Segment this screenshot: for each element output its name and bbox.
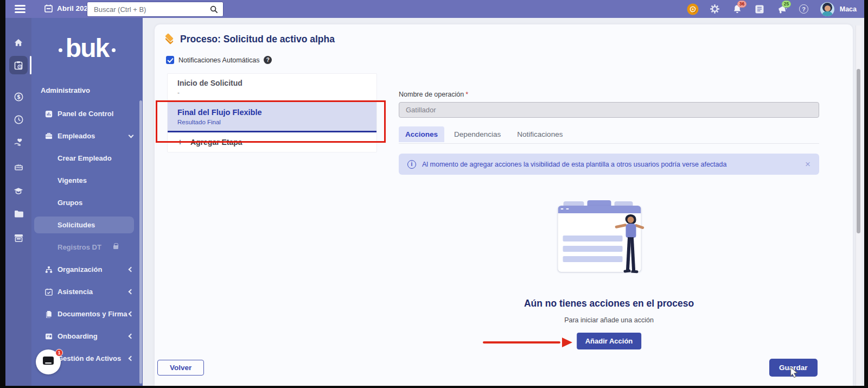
sidebar-item-documentos-y-firma[interactable]: Documentos y Firma bbox=[31, 303, 143, 325]
operation-name-input[interactable] bbox=[399, 102, 819, 118]
dashboard-icon bbox=[44, 110, 53, 118]
sidebar-item-vigentes[interactable]: Vigentes bbox=[31, 169, 143, 192]
top-bar: Abril 2025 36 25 ? bbox=[5, 0, 864, 18]
chevron-left-icon bbox=[129, 289, 134, 295]
cake-icon[interactable] bbox=[5, 157, 31, 176]
lock-icon bbox=[113, 245, 118, 249]
folder-icon[interactable] bbox=[5, 205, 31, 223]
add-action-button[interactable]: Añadir Acción bbox=[577, 333, 642, 349]
calendar-icon bbox=[44, 4, 53, 15]
svg-text:$: $ bbox=[17, 93, 21, 99]
chevron-left-icon bbox=[129, 311, 134, 317]
back-button[interactable]: Volver bbox=[157, 360, 204, 376]
hamburger-icon[interactable] bbox=[15, 5, 25, 15]
bell-icon[interactable]: 36 bbox=[731, 3, 743, 15]
tab-acciones[interactable]: Acciones bbox=[399, 126, 444, 142]
sidebar-item-panel-de-control[interactable]: Panel de Control bbox=[31, 103, 143, 125]
sidebar-item-asistencia[interactable]: Asistencia bbox=[31, 281, 143, 303]
required-asterisk: * bbox=[465, 91, 468, 98]
chat-icon bbox=[43, 357, 54, 365]
tab-dependencias[interactable]: Dependencias bbox=[448, 126, 507, 142]
search-icon[interactable] bbox=[210, 5, 218, 14]
auto-notifications-label: Notificaciones Automáticas bbox=[178, 56, 259, 64]
info-icon: i bbox=[407, 160, 416, 169]
chat-badge: 1 bbox=[55, 349, 63, 357]
sidebar-item-onboarding[interactable]: Onboarding bbox=[31, 325, 143, 347]
save-button[interactable]: Guardar bbox=[769, 359, 818, 377]
sidebar-section-label: Administrativo bbox=[41, 86, 90, 94]
search-input[interactable] bbox=[87, 5, 210, 14]
stage-final-selected[interactable]: Final del Flujo Flexible Resultado Final bbox=[168, 101, 376, 132]
briefcase-icon bbox=[44, 132, 53, 139]
stage-inicio[interactable]: Inicio de Solicitud - bbox=[168, 74, 376, 101]
close-icon[interactable]: × bbox=[805, 160, 810, 169]
main-content: Proceso: Solicitud de activo alpha Notif… bbox=[143, 18, 864, 386]
tabs-divider bbox=[399, 143, 819, 144]
help-icon[interactable]: ? bbox=[798, 3, 810, 15]
attendance-calendar-icon bbox=[44, 288, 53, 296]
org-chart-icon bbox=[44, 266, 53, 273]
page-title: Proceso: Solicitud de activo alpha bbox=[180, 34, 335, 45]
chevron-down-icon bbox=[129, 133, 134, 138]
tabs-bar: Acciones Dependencias Notificaciones bbox=[399, 126, 569, 142]
rewards-icon[interactable] bbox=[687, 3, 699, 15]
annotation-red-arrow bbox=[483, 338, 572, 347]
documents-icon bbox=[44, 310, 53, 318]
process-card: Proceso: Solicitud de activo alpha Notif… bbox=[155, 24, 853, 386]
sidebar: buk Administrativo Panel de Control Empl… bbox=[31, 18, 143, 386]
sidebar-item-grupos[interactable]: Grupos bbox=[31, 192, 143, 214]
plus-icon: + bbox=[177, 137, 183, 148]
buk-logo: buk bbox=[31, 33, 143, 63]
money-icon[interactable]: $ bbox=[5, 87, 31, 106]
home-icon[interactable] bbox=[5, 33, 31, 52]
sidebar-item-empleados[interactable]: Empleados bbox=[31, 125, 143, 147]
search-box[interactable] bbox=[87, 2, 224, 17]
add-stage-button[interactable]: + Agregar Etapa bbox=[168, 132, 376, 152]
benefits-icon[interactable] bbox=[5, 133, 31, 151]
announcements-badge: 25 bbox=[782, 1, 791, 8]
sidebar-item-organizacion[interactable]: Organización bbox=[31, 258, 143, 281]
chevron-left-icon bbox=[129, 334, 134, 339]
sidebar-nav: Panel de Control Empleados Crear Emplead… bbox=[31, 103, 143, 370]
gear-icon[interactable] bbox=[709, 3, 721, 15]
store-icon[interactable] bbox=[5, 228, 31, 247]
onboarding-card-icon bbox=[44, 333, 53, 340]
info-banner: i Al momento de agregar acciones la visi… bbox=[399, 154, 819, 175]
clock-icon[interactable] bbox=[5, 110, 31, 129]
auto-notifications-row: Notificaciones Automáticas ? bbox=[166, 56, 272, 64]
tab-notificaciones[interactable]: Notificaciones bbox=[510, 126, 569, 142]
notifications-badge: 36 bbox=[737, 1, 746, 8]
info-banner-message: Al momento de agregar acciones la visibi… bbox=[422, 161, 799, 168]
avatar[interactable] bbox=[820, 2, 834, 16]
app-window: Abril 2025 36 25 ? bbox=[5, 0, 864, 386]
icon-rail: $ bbox=[5, 18, 31, 386]
empty-state-title: Aún no tienes acciones en el proceso bbox=[399, 298, 819, 309]
auto-notifications-checkbox[interactable] bbox=[166, 56, 174, 64]
sidebar-scrollbar[interactable] bbox=[139, 100, 142, 384]
stages-panel: Inicio de Solicitud - Final del Flujo Fl… bbox=[167, 73, 377, 152]
news-icon[interactable] bbox=[754, 3, 765, 15]
chevron-left-icon bbox=[129, 267, 134, 272]
screen: Abril 2025 36 25 ? bbox=[0, 0, 868, 388]
process-header: Proceso: Solicitud de activo alpha bbox=[163, 33, 335, 45]
chat-launcher[interactable]: 1 bbox=[36, 349, 61, 374]
sidebar-item-crear-empleado[interactable]: Crear Empleado bbox=[31, 147, 143, 169]
operation-name-label: Nombre de operación* bbox=[399, 91, 468, 98]
chevron-left-icon bbox=[129, 356, 134, 361]
layers-icon bbox=[163, 33, 175, 45]
topbar-actions: 36 25 ? Maca bbox=[687, 0, 857, 18]
graduation-icon[interactable] bbox=[5, 182, 31, 200]
main-scrollbar-thumb[interactable] bbox=[857, 69, 860, 233]
megaphone-icon[interactable]: 25 bbox=[776, 3, 788, 15]
help-tooltip-icon[interactable]: ? bbox=[264, 56, 272, 64]
empty-state-subtitle: Para iniciar añade una acción bbox=[399, 316, 819, 324]
clipboard-clock-icon[interactable] bbox=[5, 56, 31, 74]
empty-state-illustration bbox=[558, 200, 653, 291]
user-name[interactable]: Maca bbox=[840, 5, 857, 13]
sidebar-item-registros-dt[interactable]: Registros DT bbox=[31, 236, 143, 258]
sidebar-item-solicitudes[interactable]: Solicitudes bbox=[31, 214, 143, 236]
